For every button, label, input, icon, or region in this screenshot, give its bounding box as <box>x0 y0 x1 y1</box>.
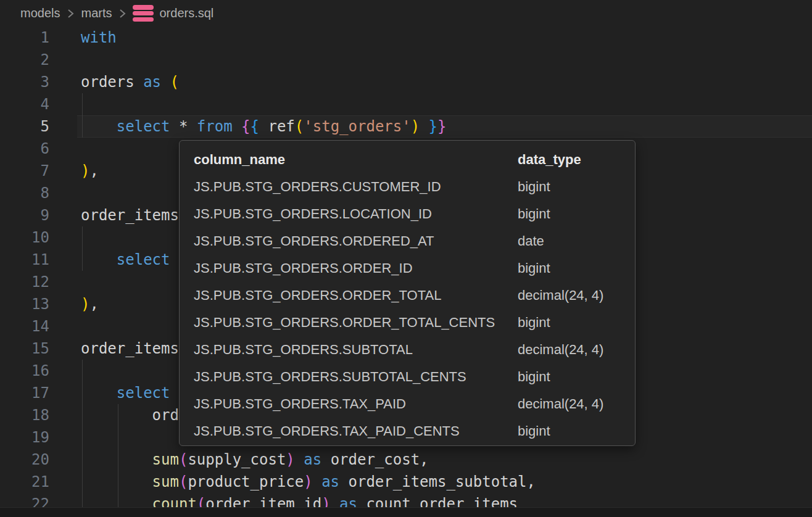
line-number[interactable]: 2 <box>0 49 49 71</box>
line-number[interactable]: 5 <box>0 115 49 138</box>
code-line-4[interactable]: 4 <box>0 93 812 115</box>
data-type-cell: decimal(24, 4) <box>518 342 635 358</box>
code-line-20[interactable]: 20 sum(supply_cost) as order_cost, <box>0 449 812 471</box>
chevron-right-icon <box>66 8 75 19</box>
database-icon <box>133 5 154 22</box>
line-number[interactable]: 12 <box>0 271 49 293</box>
line-number[interactable]: 14 <box>0 315 49 337</box>
breadcrumb: models marts orders.sql <box>0 0 812 27</box>
popup-row: JS.PUB.STG_ORDERS.ORDER_TOTAL_CENTSbigin… <box>194 309 635 336</box>
popup-row: JS.PUB.STG_ORDERS.TAX_PAID_CENTSbigint <box>194 418 635 445</box>
line-number[interactable]: 16 <box>0 360 49 382</box>
column-name-cell: JS.PUB.STG_ORDERS.LOCATION_ID <box>194 206 518 222</box>
code-line-5[interactable]: 5 select * from {{ ref('stg_orders') }} <box>0 115 812 138</box>
data-type-cell: bigint <box>518 206 635 222</box>
column-name-cell: JS.PUB.STG_ORDERS.ORDER_TOTAL_CENTS <box>194 315 518 331</box>
data-type-cell: bigint <box>518 423 635 439</box>
breadcrumb-item-models[interactable]: models <box>20 6 60 20</box>
code-text: sum(product_price) as order_items_subtot… <box>81 471 536 493</box>
code-text: ), <box>81 293 99 315</box>
column-name-cell: JS.PUB.STG_ORDERS.TAX_PAID <box>194 396 518 412</box>
popup-rows: JS.PUB.STG_ORDERS.CUSTOMER_IDbigintJS.PU… <box>194 173 635 445</box>
code-text: order_items <box>81 337 179 360</box>
line-number[interactable]: 3 <box>0 71 49 93</box>
code-text: select <box>81 249 170 271</box>
line-number[interactable]: 7 <box>0 160 49 182</box>
code-editor[interactable]: 1with23orders as (45 select * from {{ re… <box>0 27 812 517</box>
code-text: select <box>81 382 170 404</box>
data-type-cell: bigint <box>518 369 635 385</box>
code-text: order_items <box>81 204 179 226</box>
popup-row: JS.PUB.STG_ORDERS.SUBTOTAL_CENTSbigint <box>194 363 635 391</box>
line-number[interactable]: 15 <box>0 337 49 360</box>
line-number[interactable]: 11 <box>0 249 49 271</box>
line-number[interactable]: 8 <box>0 182 49 204</box>
data-type-cell: decimal(24, 4) <box>518 287 635 304</box>
code-text: sum(supply_cost) as order_cost, <box>81 449 429 471</box>
data-type-cell: bigint <box>518 179 635 195</box>
popup-row: JS.PUB.STG_ORDERS.ORDER_TOTALdecimal(24,… <box>194 282 635 309</box>
code-line-1[interactable]: 1with <box>0 27 812 49</box>
data-type-cell: date <box>518 233 635 249</box>
code-line-3[interactable]: 3orders as ( <box>0 71 812 93</box>
data-type-cell: bigint <box>518 315 635 331</box>
code-text: select * from {{ ref('stg_orders') }} <box>81 115 446 138</box>
code-line-21[interactable]: 21 sum(product_price) as order_items_sub… <box>0 471 812 493</box>
line-number[interactable]: 6 <box>0 138 49 160</box>
code-text: orders as ( <box>81 71 179 93</box>
code-line-2[interactable]: 2 <box>0 49 812 71</box>
line-number[interactable]: 17 <box>0 382 49 404</box>
column-schema-popup: column_name data_type JS.PUB.STG_ORDERS.… <box>179 140 636 446</box>
bottom-panel-edge <box>0 507 812 517</box>
column-name-cell: JS.PUB.STG_ORDERS.ORDERED_AT <box>194 233 518 249</box>
column-name-cell: JS.PUB.STG_ORDERS.SUBTOTAL_CENTS <box>194 369 518 385</box>
code-text: ), <box>81 160 99 182</box>
editor-window: models marts orders.sql 1with23orders as… <box>0 0 812 517</box>
line-number[interactable]: 9 <box>0 204 49 226</box>
line-number[interactable]: 4 <box>0 93 49 115</box>
line-number[interactable]: 19 <box>0 426 49 449</box>
line-number[interactable]: 18 <box>0 404 49 426</box>
line-number[interactable]: 13 <box>0 293 49 315</box>
popup-row: JS.PUB.STG_ORDERS.CUSTOMER_IDbigint <box>194 173 635 201</box>
code-text: with <box>81 27 117 49</box>
column-name-cell: JS.PUB.STG_ORDERS.ORDER_TOTAL <box>194 287 518 304</box>
data-type-cell: bigint <box>518 260 635 276</box>
line-number[interactable]: 20 <box>0 449 49 471</box>
column-name-cell: JS.PUB.STG_ORDERS.CUSTOMER_ID <box>194 179 518 195</box>
popup-row: JS.PUB.STG_ORDERS.ORDERED_ATdate <box>194 228 635 255</box>
breadcrumb-item-filename[interactable]: orders.sql <box>159 6 213 20</box>
line-number[interactable]: 10 <box>0 226 49 249</box>
code-text: ord <box>81 404 179 426</box>
breadcrumb-item-marts[interactable]: marts <box>81 6 112 20</box>
line-number[interactable]: 1 <box>0 27 49 49</box>
popup-header-data-type: data_type <box>518 152 635 168</box>
popup-header-row: column_name data_type <box>194 146 635 173</box>
popup-row: JS.PUB.STG_ORDERS.TAX_PAIDdecimal(24, 4) <box>194 391 635 418</box>
chevron-right-icon <box>118 8 126 19</box>
popup-row: JS.PUB.STG_ORDERS.ORDER_IDbigint <box>194 255 635 282</box>
data-type-cell: decimal(24, 4) <box>518 396 635 412</box>
column-name-cell: JS.PUB.STG_ORDERS.TAX_PAID_CENTS <box>194 423 518 439</box>
line-number[interactable]: 21 <box>0 471 49 493</box>
popup-row: JS.PUB.STG_ORDERS.LOCATION_IDbigint <box>194 201 635 228</box>
popup-header-column-name: column_name <box>194 152 518 168</box>
popup-row: JS.PUB.STG_ORDERS.SUBTOTALdecimal(24, 4) <box>194 336 635 363</box>
column-name-cell: JS.PUB.STG_ORDERS.ORDER_ID <box>194 260 518 276</box>
column-name-cell: JS.PUB.STG_ORDERS.SUBTOTAL <box>194 342 518 358</box>
